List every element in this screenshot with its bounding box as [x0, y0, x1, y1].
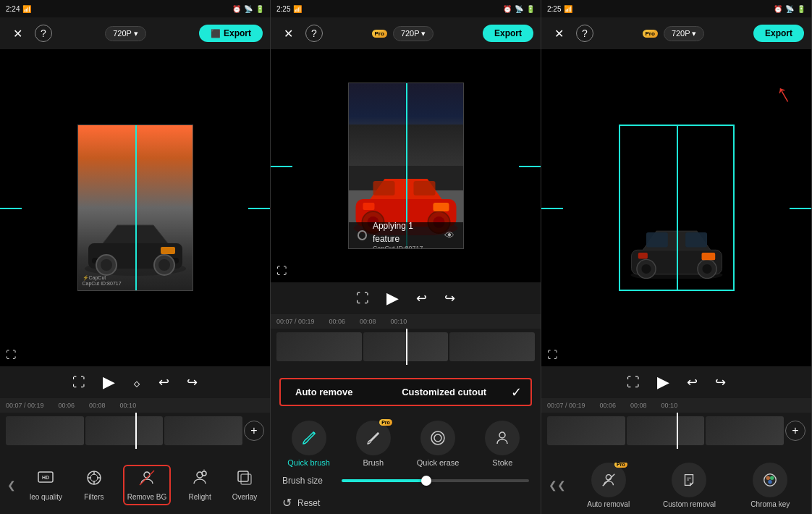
- video-preview-2: Applying 1 feature CapCut ID:80717 👁 ⛶: [271, 49, 541, 282]
- quick-brush-icon-wrap: [292, 421, 326, 455]
- play-button-1[interactable]: ▶: [103, 373, 115, 392]
- signal-icon-2: 📶: [293, 5, 302, 13]
- svg-line-34: [378, 433, 378, 434]
- toolbar-arrow-3[interactable]: ❮❮: [544, 479, 570, 491]
- h-guide-right-3: [790, 208, 811, 209]
- status-bar-1: 2:24 📶 ⏰ 📡 🔋: [0, 0, 270, 17]
- track-thumb-3c[interactable]: [706, 416, 784, 445]
- redo-button-3[interactable]: ↪: [715, 374, 726, 390]
- add-clip-button-1[interactable]: +: [244, 421, 264, 441]
- toolbar-items-1: HD leo quality Filters: [20, 465, 267, 505]
- close-button-2[interactable]: ✕: [278, 23, 298, 43]
- reset-label: Reset: [297, 498, 320, 508]
- track-thumb-1c[interactable]: [164, 416, 242, 445]
- wifi-icon-1: 📡: [244, 5, 253, 13]
- tool-quick-erase[interactable]: Quick erase: [416, 421, 460, 467]
- track-thumb-1b[interactable]: [85, 416, 164, 445]
- close-button-3[interactable]: ✕: [549, 23, 569, 43]
- expand-button-3[interactable]: ⛶: [547, 349, 557, 361]
- brush-size-label: Brush size: [282, 476, 333, 486]
- resolution-button-3[interactable]: 720P ▾: [664, 26, 705, 41]
- track-thumb-1a[interactable]: [6, 416, 84, 445]
- toolbar-item-auto-removal[interactable]: Pro Auto removal: [587, 463, 630, 508]
- track-thumb-3b[interactable]: [627, 416, 705, 445]
- leo-quality-icon: HD: [37, 469, 54, 490]
- playback-controls-2: ⛶ ▶ ↩ ↪: [271, 282, 541, 314]
- track-thumb-3a[interactable]: [547, 416, 625, 445]
- resolution-button-1[interactable]: 720P ▾: [105, 26, 146, 41]
- undo-button-3[interactable]: ↩: [687, 374, 698, 390]
- toolbar-arrow-1[interactable]: ❮: [3, 456, 20, 514]
- brush-slider[interactable]: [342, 479, 529, 482]
- top-bar-right-3: Export: [753, 25, 804, 42]
- video-frame-1: ⚡CapCut CapCut ID:80717: [77, 125, 193, 291]
- export-label-1: Export: [224, 28, 251, 38]
- svg-point-43: [641, 264, 651, 274]
- track-thumb-2c[interactable]: [449, 332, 535, 361]
- svg-point-7: [158, 259, 170, 271]
- expand-ctrl-2[interactable]: ⛶: [356, 291, 369, 306]
- tool-stoke[interactable]: Stoke: [481, 421, 524, 467]
- help-button-1[interactable]: ?: [35, 25, 52, 42]
- ts-3-2: 00:06: [600, 402, 617, 409]
- chroma-key-icon-wrap: [753, 463, 787, 497]
- expand-button-2[interactable]: ⛶: [276, 265, 287, 277]
- toolbar-item-leo-quality[interactable]: HD leo quality: [27, 466, 65, 504]
- quick-erase-icon-wrap: [420, 421, 455, 455]
- track-thumb-2a[interactable]: [276, 332, 362, 361]
- redo-button-1[interactable]: ↪: [187, 374, 198, 390]
- stoke-svg: [494, 429, 511, 447]
- toolbar-item-relight[interactable]: Relight: [184, 466, 216, 504]
- time-3: 2:25: [547, 5, 561, 13]
- toolbar-item-overlay[interactable]: Overlay: [229, 466, 261, 504]
- export-button-1[interactable]: ⬛ Export: [199, 25, 263, 42]
- toolbar-item-chroma-key[interactable]: Chroma key: [748, 463, 792, 508]
- tab-customized[interactable]: Customized cutout: [396, 384, 492, 400]
- tool-brush[interactable]: Pro Brush: [352, 421, 395, 467]
- undo-button-1[interactable]: ↩: [158, 374, 169, 390]
- playback-controls-1: ⛶ ▶ ⬦ ↩ ↪: [0, 366, 270, 398]
- tab-auto-remove[interactable]: Auto remove: [289, 384, 358, 400]
- svg-rect-23: [241, 474, 251, 484]
- toolbar-item-filters[interactable]: Filters: [78, 466, 110, 504]
- undo-button-2[interactable]: ↩: [416, 290, 427, 306]
- top-bar-center-1: 720P ▾: [105, 26, 146, 41]
- help-button-3[interactable]: ?: [576, 25, 593, 42]
- toolbar-item-remove-bg[interactable]: Remove BG: [123, 465, 171, 505]
- toolbar-item-custom-removal[interactable]: Custom removal: [663, 463, 716, 508]
- ts-2-4: 00:10: [391, 318, 407, 325]
- timeline-track-3: +: [541, 413, 811, 449]
- export-button-3[interactable]: Export: [753, 25, 804, 42]
- export-button-2[interactable]: Export: [483, 25, 533, 42]
- help-button-2[interactable]: ?: [305, 25, 323, 42]
- play-button-2[interactable]: ▶: [386, 289, 399, 308]
- wifi-icon-3: 📡: [785, 5, 794, 13]
- erase-button-1[interactable]: ⬦: [132, 374, 141, 391]
- playback-controls-3: ⛶ ▶ ↩ ↪: [541, 366, 811, 398]
- top-bar-left-1: ✕ ?: [7, 23, 52, 43]
- brush-slider-thumb[interactable]: [421, 476, 431, 486]
- timeline-ruler-1: 00:07 / 00:19 00:06 00:08 00:10: [0, 398, 270, 413]
- time-2: 2:25: [276, 5, 290, 13]
- top-bar-2: ✕ ? Pro 720P ▾ Export: [271, 17, 541, 49]
- expand-ctrl-3[interactable]: ⛶: [627, 375, 640, 390]
- expand-button-1[interactable]: ⛶: [6, 349, 16, 361]
- video-frame-3: [619, 125, 735, 291]
- filters-icon: [85, 469, 103, 490]
- leo-quality-label: leo quality: [30, 493, 62, 501]
- svg-point-37: [499, 432, 505, 438]
- status-right-1: ⏰ 📡 🔋: [232, 5, 264, 13]
- eye-icon-2[interactable]: 👁: [444, 229, 454, 241]
- reset-row[interactable]: ↺ Reset: [271, 492, 541, 514]
- expand-ctrl-1[interactable]: ⛶: [72, 375, 85, 390]
- tool-quick-brush[interactable]: Quick brush: [287, 421, 331, 467]
- top-bar-center-3: Pro 720P ▾: [643, 26, 705, 41]
- bottom-toolbar-3: ❮❮ Pro Auto removal: [541, 456, 811, 514]
- close-button-1[interactable]: ✕: [7, 23, 28, 43]
- redo-button-2[interactable]: ↪: [444, 290, 455, 306]
- resolution-button-2[interactable]: 720P ▾: [393, 26, 434, 41]
- relight-icon: [191, 469, 208, 490]
- play-button-3[interactable]: ▶: [657, 373, 669, 392]
- wifi-icon-2: 📡: [515, 5, 523, 13]
- add-clip-button-3[interactable]: +: [785, 421, 805, 441]
